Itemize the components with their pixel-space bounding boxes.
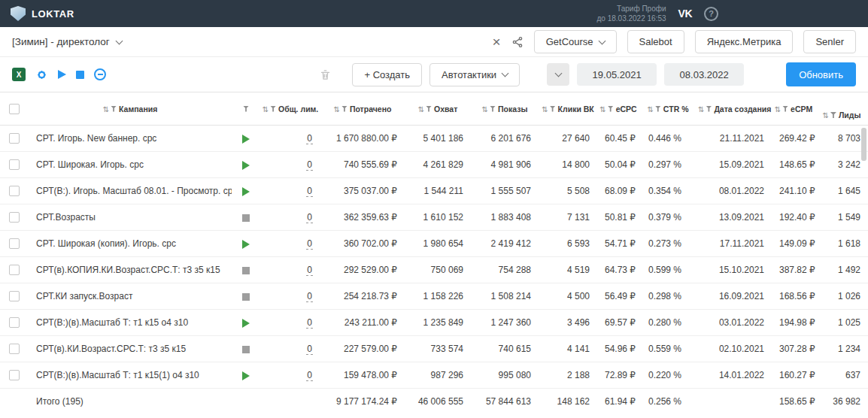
campaign-name[interactable]: СРТ. Игорь. New баннер. срс xyxy=(29,126,232,152)
limit-value[interactable]: 0 xyxy=(306,212,313,223)
limit-value[interactable]: 0 xyxy=(306,238,313,250)
stop-status-icon[interactable] xyxy=(242,346,250,353)
col-reach[interactable]: ⇅Охват xyxy=(405,92,471,126)
filter-icon[interactable] xyxy=(655,106,661,112)
campaign-name[interactable]: СРТ(В:)(в).Масштаб Т: т1 к15(1) о4 з10 xyxy=(29,362,232,389)
limit-value[interactable]: 0 xyxy=(306,265,313,276)
play-status-icon[interactable] xyxy=(242,187,250,196)
row-checkbox[interactable] xyxy=(9,317,20,328)
limit-value[interactable]: 0 xyxy=(306,133,313,144)
play-status-icon[interactable] xyxy=(242,319,250,328)
create-button[interactable]: + Создать xyxy=(352,63,422,86)
stop-status-icon[interactable] xyxy=(242,267,250,274)
help-icon[interactable]: ? xyxy=(704,7,718,21)
filter-icon[interactable] xyxy=(830,112,836,118)
limit-value[interactable]: 0 xyxy=(306,370,313,381)
campaign-name[interactable]: СРТ. Широкая (копия). Игорь. срс xyxy=(29,231,232,257)
campaign-name[interactable]: СРТ(в).КОПИЯ.КИ.Возраст.СРС.Т: т3 з5 к15 xyxy=(29,257,232,283)
campaign-name[interactable]: СРТ(В:)(в).Масштаб Т: т1 к15 о4 з10 xyxy=(29,310,232,336)
settings-gear-icon[interactable] xyxy=(35,68,48,81)
filter-icon[interactable] xyxy=(243,106,249,112)
col-campaign[interactable]: ⇅Кампания xyxy=(29,92,232,126)
row-checkbox[interactable] xyxy=(9,238,20,249)
refresh-button[interactable]: Обновить xyxy=(786,62,856,86)
campaign-name[interactable]: СРТ(В:). Игорь. Масштаб 08.01. - Просмот… xyxy=(29,178,232,204)
yandex-metrika-button[interactable]: Яндекс.Метрика xyxy=(695,30,794,53)
col-impressions[interactable]: ⇅Показы xyxy=(471,92,539,126)
share-icon[interactable] xyxy=(511,36,524,48)
filter-icon[interactable] xyxy=(111,106,117,112)
filter-icon[interactable] xyxy=(490,106,496,112)
account-selector[interactable]: [Зимин] - директолог xyxy=(12,36,122,47)
col-created[interactable]: ⇅Дата создания xyxy=(697,92,772,126)
date-to-input[interactable]: 08.03.2022 xyxy=(664,63,744,86)
vk-icon[interactable]: VK xyxy=(678,8,692,20)
ecpm-cell: 194.98 ₽ xyxy=(772,310,815,336)
topbar-right: Тариф Профи до 18.03.2022 16:53 VK ? xyxy=(597,4,718,23)
vertical-scrollbar-thumb[interactable] xyxy=(861,128,866,161)
stop-status-icon[interactable] xyxy=(242,214,250,222)
col-status[interactable] xyxy=(232,92,260,126)
leads-cell: 1 645 xyxy=(815,178,868,204)
remove-circle-icon[interactable] xyxy=(94,68,106,80)
senler-button[interactable]: Senler xyxy=(803,30,856,53)
trash-icon[interactable] xyxy=(320,68,331,81)
col-ctr[interactable]: ⇅CTR % xyxy=(639,92,697,126)
autotactics-dropdown[interactable]: Автотактики xyxy=(429,63,520,86)
limit-value[interactable]: 0 xyxy=(306,159,313,171)
filter-icon[interactable] xyxy=(270,106,276,112)
stop-campaigns-icon[interactable] xyxy=(76,71,84,79)
play-status-icon[interactable] xyxy=(242,161,250,170)
play-status-icon[interactable] xyxy=(242,240,250,249)
filter-icon[interactable] xyxy=(341,106,348,112)
campaign-name[interactable]: СРТ.КИ запуск.Возраст xyxy=(29,283,232,310)
excel-export-icon[interactable]: X xyxy=(12,68,26,81)
row-checkbox[interactable] xyxy=(9,265,20,275)
col-limit[interactable]: ⇅Общ. лим. xyxy=(260,92,320,126)
play-status-icon[interactable] xyxy=(242,371,250,380)
toolbar-right: + Создать Автотактики 19.05.2021 08.03.2… xyxy=(320,62,856,86)
limit-value[interactable]: 0 xyxy=(306,291,313,302)
row-checkbox[interactable] xyxy=(9,212,20,223)
logo-icon xyxy=(11,6,26,21)
date-from-input[interactable]: 19.05.2021 xyxy=(577,63,657,86)
col-ecpc[interactable]: ⇅eCPC xyxy=(597,92,639,126)
sort-icon: ⇅ xyxy=(698,105,704,114)
quick-period-dropdown[interactable] xyxy=(547,63,569,86)
col-leads[interactable]: ⇅Лиды xyxy=(815,92,868,126)
getcourse-button[interactable]: GetCourse xyxy=(534,30,617,53)
row-checkbox[interactable] xyxy=(9,159,20,170)
limit-value[interactable]: 0 xyxy=(306,186,313,197)
row-checkbox[interactable] xyxy=(9,344,20,354)
total-reach: 46 006 555 xyxy=(405,389,471,415)
logo[interactable]: LOKTAR xyxy=(11,6,74,21)
table-row: СРТ(в).КОПИЯ.КИ.Возраст.СРС.Т: т3 з5 к15… xyxy=(0,257,868,283)
stop-status-icon[interactable] xyxy=(242,293,250,301)
limit-value[interactable]: 0 xyxy=(306,317,313,329)
row-checkbox[interactable] xyxy=(9,291,20,301)
col-ecpm[interactable]: ⇅eCPM xyxy=(772,92,815,126)
row-checkbox[interactable] xyxy=(9,370,20,380)
ecpm-cell: 148.65 ₽ xyxy=(772,152,815,178)
play-status-icon[interactable] xyxy=(242,135,250,144)
col-spent[interactable]: ⇅Потрачено xyxy=(320,92,405,126)
impressions-cell: 2 419 412 xyxy=(471,231,539,257)
created-cell: 03.01.2022 xyxy=(697,310,772,336)
campaign-name[interactable]: СРТ.Возрасты xyxy=(29,204,232,231)
campaign-name[interactable]: СРТ(в).КИ.Возраст.СРС.Т: т3 з5 к15 xyxy=(29,336,232,362)
row-checkbox[interactable] xyxy=(9,186,20,196)
row-checkbox[interactable] xyxy=(9,133,20,144)
filter-icon[interactable] xyxy=(426,106,432,112)
filter-icon[interactable] xyxy=(550,106,556,112)
start-campaigns-icon[interactable] xyxy=(58,70,66,79)
filter-icon[interactable] xyxy=(608,106,614,112)
select-all-checkbox[interactable] xyxy=(9,104,20,114)
col-clicks[interactable]: ⇅Клики ВК xyxy=(539,92,597,126)
sort-icon: ⇅ xyxy=(334,105,340,114)
filter-icon[interactable] xyxy=(706,106,712,112)
campaign-name[interactable]: СРТ. Широкая. Игорь. срс xyxy=(29,152,232,178)
close-icon[interactable]: × xyxy=(493,35,501,49)
salebot-button[interactable]: Salebot xyxy=(627,30,684,53)
limit-value[interactable]: 0 xyxy=(306,344,313,355)
filter-icon[interactable] xyxy=(782,106,788,112)
